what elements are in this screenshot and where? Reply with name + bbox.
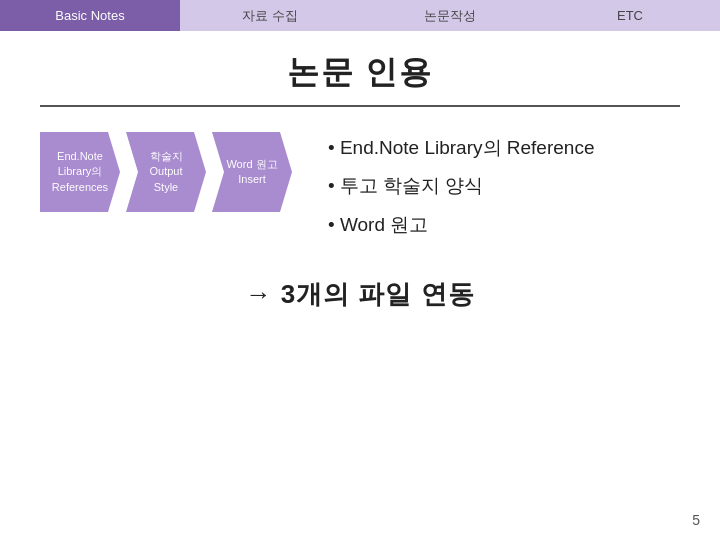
step1-text: End.NoteLibrary의References xyxy=(52,149,108,195)
result-section: → 3개의 파일 연동 xyxy=(40,277,680,312)
nav-item-etc[interactable]: ETC xyxy=(540,0,720,31)
nav-label-etc: ETC xyxy=(617,8,643,23)
nav-label-data-collection: 자료 수집 xyxy=(242,7,298,25)
nav-item-paper-writing[interactable]: 논문작성 xyxy=(360,0,540,31)
bullet-item-1: End.Note Library의 Reference xyxy=(328,132,680,164)
page-title: 논문 인용 xyxy=(40,51,680,95)
step2-text: 학술지OutputStyle xyxy=(149,149,182,195)
content-layout: End.NoteLibrary의References 학술지OutputStyl… xyxy=(40,132,680,247)
nav-item-basic-notes[interactable]: Basic Notes xyxy=(0,0,180,31)
step3-text: Word 원고Insert xyxy=(226,157,277,188)
bullet-item-2: 투고 학술지 양식 xyxy=(328,170,680,202)
bullet-item-3: Word 원고 xyxy=(328,209,680,241)
nav-label-basic-notes: Basic Notes xyxy=(55,8,124,23)
arrow-step-1: End.NoteLibrary의References xyxy=(40,132,120,212)
bullet-section: End.Note Library의 Reference 투고 학술지 양식 Wo… xyxy=(328,132,680,247)
bullet-list: End.Note Library의 Reference 투고 학술지 양식 Wo… xyxy=(328,132,680,241)
nav-label-paper-writing: 논문작성 xyxy=(424,7,476,25)
title-divider xyxy=(40,105,680,107)
main-content: 논문 인용 End.NoteLibrary의References 학술지Outp… xyxy=(0,31,720,332)
nav-item-data-collection[interactable]: 자료 수집 xyxy=(180,0,360,31)
arrow-step-3: Word 원고Insert xyxy=(212,132,292,212)
arrow-steps: End.NoteLibrary의References 학술지OutputStyl… xyxy=(40,132,298,212)
arrow-step-2: 학술지OutputStyle xyxy=(126,132,206,212)
page-number: 5 xyxy=(692,512,700,528)
nav-bar: Basic Notes 자료 수집 논문작성 ETC xyxy=(0,0,720,31)
